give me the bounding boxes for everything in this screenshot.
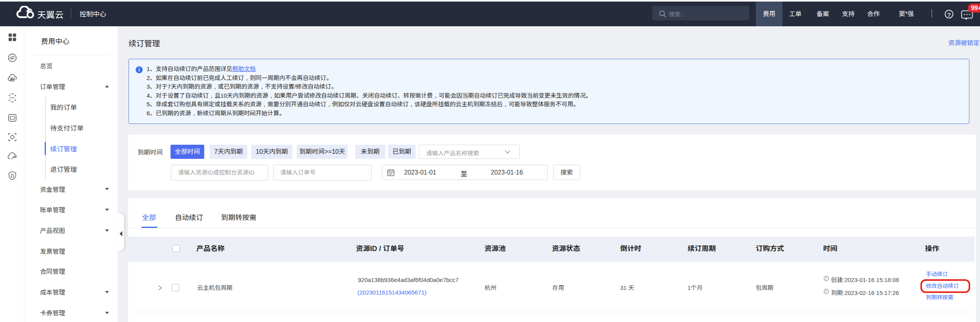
svg-text:VPC: VPC — [9, 96, 15, 100]
